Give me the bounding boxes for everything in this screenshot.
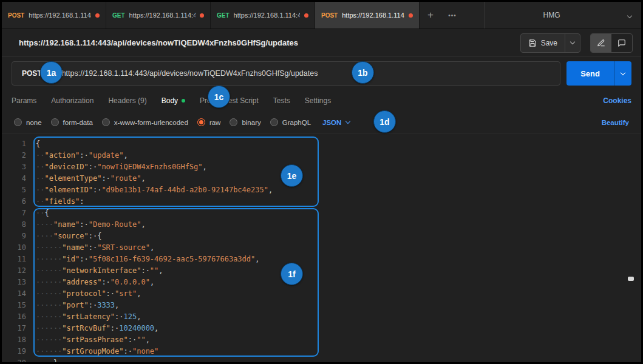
language-select[interactable]: JSON — [322, 119, 350, 126]
editor-line: 13······"address":·"0.0.0.0", — [2, 277, 641, 288]
radio-selected-icon — [197, 118, 205, 126]
tab-method-label: GET — [217, 12, 230, 19]
tab-label: Headers (9) — [108, 96, 146, 105]
tab-url-label: https://192.168.1.114:4 — [342, 12, 404, 19]
tab-body[interactable]: Body — [162, 96, 185, 105]
request-tab-2[interactable]: GET https://192.168.1.114:44 — [106, 2, 211, 29]
annotation-badge-1c: 1c — [208, 86, 230, 108]
tab-label: Body — [162, 96, 178, 105]
editor-line: 5··"elementID":·"d9be13b1-74af-44bd-a2b0… — [2, 184, 641, 196]
tab-url-label: https://192.168.1.114:44 — [234, 12, 300, 19]
save-options-button[interactable] — [565, 34, 580, 52]
body-editor[interactable]: 1{2··"action":·"update",3··"deviceID":·"… — [2, 133, 641, 362]
chevron-down-icon — [345, 119, 350, 124]
editor-line: 20····} — [2, 357, 641, 362]
editor-line: 15······"port":·3333, — [2, 300, 641, 311]
cookies-link[interactable]: Cookies — [603, 96, 631, 105]
editor-line: 4··"elementType":·"route", — [2, 173, 641, 184]
editor-line: 11······"id":·"5f08c116-f639-4692-aac5-5… — [2, 254, 641, 265]
body-type-none[interactable]: none — [14, 118, 42, 126]
unsaved-dot-icon — [409, 13, 413, 18]
chevron-down-icon — [621, 70, 625, 75]
chevron-down-icon — [570, 39, 575, 44]
request-tab-3[interactable]: GET https://192.168.1.114:44 — [211, 2, 315, 29]
unsaved-dot-icon — [200, 13, 204, 18]
tab-url-label: https://192.168.1.114:44 — [129, 12, 196, 19]
editor-line: 19······"srtGroupMode":·"none" — [2, 346, 641, 357]
radio-icon — [102, 118, 110, 126]
tab-options-button[interactable]: ••• — [441, 2, 463, 29]
tab-label: Authorization — [51, 96, 94, 105]
new-tab-button[interactable]: + — [420, 2, 441, 29]
editor-line: 17······"srtRcvBuf":·10240000, — [2, 323, 641, 334]
annotation-badge-1e: 1e — [281, 164, 303, 187]
editor-line: 9····"source":·{ — [2, 231, 641, 242]
tab-headers[interactable]: Headers (9) — [108, 96, 146, 105]
language-label: JSON — [322, 119, 341, 126]
radio-icon — [51, 118, 59, 126]
chevron-down-icon — [618, 11, 641, 19]
editor-line: 10······"name":·"SRT·source", — [2, 242, 641, 254]
editor-line: 3··"deviceID":·"nowTiQEDW4xFnzhs0GHfSg", — [2, 161, 641, 173]
option-label: binary — [242, 119, 260, 126]
editor-line: 2··"action":·"update", — [2, 150, 641, 161]
radio-icon — [14, 118, 22, 126]
method-label: POST — [22, 69, 42, 78]
request-tabs: Params Authorization Headers (9) Body Pr… — [2, 90, 641, 112]
request-title: https://192.168.1.114:443/api/devices/no… — [19, 38, 520, 47]
tab-tests[interactable]: Tests — [273, 96, 290, 105]
body-type-raw[interactable]: raw — [197, 118, 221, 126]
body-content-dot-icon — [182, 99, 185, 103]
annotation-badge-1a: 1a — [40, 61, 63, 84]
tab-label: Settings — [305, 96, 331, 105]
tab-method-label: GET — [112, 12, 125, 19]
editor-line: 16······"srtLatency":·125, — [2, 311, 641, 323]
url-box: POST https://192.168.1.114:443/api/devic… — [12, 61, 560, 86]
body-type-graphql[interactable]: GraphQL — [270, 118, 311, 126]
save-button[interactable]: Save — [521, 34, 565, 52]
request-tab-1[interactable]: POST https://192.168.1.114:4 — [2, 2, 106, 29]
tab-authorization[interactable]: Authorization — [51, 96, 94, 105]
send-button-group: Send — [566, 61, 631, 86]
editor-lines: 1{2··"action":·"update",3··"deviceID":·"… — [2, 138, 641, 362]
tab-params[interactable]: Params — [12, 96, 36, 105]
comment-button[interactable] — [611, 34, 632, 52]
tab-label: Params — [12, 96, 36, 105]
annotation-badge-1f: 1f — [281, 263, 303, 285]
radio-icon — [230, 118, 237, 126]
send-button[interactable]: Send — [566, 61, 614, 86]
tab-url-label: https://192.168.1.114:4 — [29, 12, 91, 19]
comment-icon — [617, 39, 626, 47]
editor-line: 14······"protocol":·"srt", — [2, 288, 641, 300]
scrollbar-thumb[interactable] — [628, 277, 634, 281]
option-label: x-www-form-urlencoded — [114, 119, 188, 126]
editor-line: 18······"srtPassPhrase":·"", — [2, 334, 641, 346]
body-type-form-data[interactable]: form-data — [51, 118, 93, 126]
editor-line: 6··"fields": — [2, 196, 641, 207]
option-label: none — [26, 119, 42, 126]
environment-name: HMG — [485, 11, 618, 19]
tab-settings[interactable]: Settings — [305, 96, 331, 105]
body-type-binary[interactable]: binary — [230, 118, 260, 126]
editor-line: 7··{ — [2, 207, 641, 219]
beautify-link[interactable]: Beautify — [602, 119, 629, 126]
edit-button[interactable] — [591, 34, 611, 52]
request-tab-4-active[interactable]: POST https://192.168.1.114:4 — [315, 2, 420, 29]
option-label: form-data — [63, 119, 93, 126]
annotation-badge-1b: 1b — [352, 61, 374, 84]
save-label: Save — [541, 39, 557, 47]
radio-icon — [270, 118, 278, 126]
body-type-bar: none form-data x-www-form-urlencoded raw… — [2, 112, 641, 133]
unsaved-dot-icon — [304, 13, 308, 18]
save-button-group: Save — [520, 33, 580, 53]
postman-window: POST https://192.168.1.114:4 GET https:/… — [2, 2, 641, 362]
option-label: raw — [209, 119, 221, 126]
url-input[interactable]: https://192.168.1.114:443/api/devices/no… — [62, 69, 560, 78]
pencil-icon — [597, 39, 605, 47]
environment-selector[interactable]: HMG — [485, 2, 641, 29]
send-options-button[interactable] — [614, 61, 631, 86]
unsaved-dot-icon — [95, 13, 100, 18]
body-type-urlencoded[interactable]: x-www-form-urlencoded — [102, 118, 188, 126]
tab-label: Tests — [273, 96, 290, 105]
option-label: GraphQL — [282, 119, 311, 126]
